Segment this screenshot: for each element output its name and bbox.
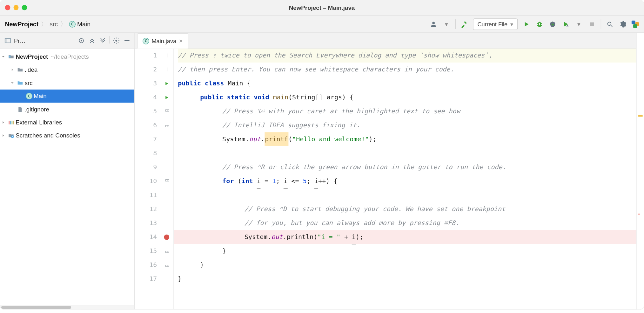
sidebar-horizontal-scrollbar[interactable] <box>0 305 134 309</box>
fold-end-icon[interactable] <box>165 263 169 267</box>
fold-guide-icon[interactable] <box>165 67 169 71</box>
fold-start-icon[interactable] <box>165 179 169 183</box>
breakpoint-mark[interactable] <box>164 234 169 240</box>
gutter-row[interactable]: 16 <box>135 258 173 272</box>
gutter-row[interactable]: 4 <box>135 90 173 104</box>
tree-file-main[interactable]: C Main <box>0 90 134 103</box>
search-everywhere-icon[interactable] <box>605 19 614 28</box>
breadcrumb-file[interactable]: Main <box>77 21 91 28</box>
code-text: // then press Enter. You can now see whi… <box>178 63 454 77</box>
line-number: 12 <box>149 202 157 216</box>
editor-gutter[interactable]: 1234567891011121314151617 <box>135 49 174 310</box>
tree-label: .idea <box>25 67 38 73</box>
build-hammer-icon[interactable] <box>460 19 469 28</box>
breadcrumb-folder[interactable]: src <box>50 21 58 28</box>
tree-file-gitignore[interactable]: .gitignore <box>0 103 134 116</box>
tree-root-project[interactable]: NewProject ~/IdeaProjects <box>0 50 134 63</box>
gutter-row[interactable]: 6 <box>135 118 173 132</box>
close-tab-icon[interactable]: ✕ <box>179 38 183 44</box>
project-tree[interactable]: NewProject ~/IdeaProjects .idea <box>0 49 134 305</box>
code-area[interactable]: 1234567891011121314151617 1 // Press ⇧ t… <box>135 49 644 310</box>
zoom-window-icon[interactable] <box>22 5 27 10</box>
svg-line-2 <box>611 25 612 27</box>
gutter-row[interactable]: 2 <box>135 63 173 77</box>
settings-gear-icon[interactable] <box>618 19 627 28</box>
java-class-icon: C <box>69 21 76 27</box>
collapse-all-icon[interactable] <box>99 36 107 45</box>
svg-rect-13 <box>13 121 14 124</box>
tree-label: External Libraries <box>16 119 62 126</box>
editor-tab-label: Main.java <box>151 38 176 44</box>
breakpoint-stripe-icon[interactable] <box>638 214 640 215</box>
gutter-row[interactable]: 9 <box>135 160 173 174</box>
line-number: 13 <box>149 216 157 230</box>
separator <box>601 19 601 29</box>
tree-label: src <box>25 80 33 86</box>
fold-guide-icon[interactable] <box>165 53 169 57</box>
run-button[interactable] <box>522 19 531 28</box>
debug-button[interactable] <box>535 19 544 28</box>
project-sidebar: Pr… <box>0 33 135 310</box>
separator <box>455 19 456 29</box>
tree-scratches[interactable]: Scratches and Consoles <box>0 129 134 142</box>
gutter-row[interactable]: 15 <box>135 244 173 258</box>
run-line-icon[interactable] <box>164 81 169 86</box>
hide-toolwindow-icon[interactable] <box>123 36 131 45</box>
inspections-stripe[interactable] <box>636 49 644 310</box>
project-view-icon[interactable] <box>3 36 12 45</box>
caret-right-icon[interactable] <box>0 120 7 125</box>
gutter-row[interactable]: 1 <box>135 49 173 63</box>
navbar: NewProject 〉 src 〉 C Main ▾ Current File… <box>0 16 644 33</box>
breadcrumb-root[interactable]: NewProject <box>5 21 39 28</box>
select-opened-file-icon[interactable] <box>77 36 85 45</box>
scrollbar-thumb[interactable] <box>1 306 71 309</box>
tree-folder-idea[interactable]: .idea <box>0 63 134 76</box>
gutter-row[interactable]: 17 <box>135 272 173 286</box>
dropdown-caret-icon[interactable]: ▾ <box>574 19 583 28</box>
close-window-icon[interactable] <box>5 5 10 10</box>
fold-end-icon[interactable] <box>165 123 169 127</box>
expand-all-icon[interactable] <box>88 36 96 45</box>
minimize-window-icon[interactable] <box>13 5 18 10</box>
ide-logo-icon[interactable] <box>632 20 639 28</box>
dropdown-caret-icon[interactable]: ▾ <box>442 19 451 28</box>
project-toolwindow-title[interactable]: Pr… <box>14 37 25 44</box>
more-run-options-button[interactable] <box>561 19 570 28</box>
editor-tab-main[interactable]: C Main.java ✕ <box>137 33 188 49</box>
run-with-coverage-button[interactable] <box>548 19 557 28</box>
gutter-row[interactable]: 8 <box>135 146 173 160</box>
breadcrumb[interactable]: NewProject 〉 src 〉 C Main <box>5 20 91 28</box>
breakpoint-icon[interactable] <box>164 234 169 240</box>
tree-label: Scratches and Consoles <box>16 132 80 139</box>
gutter-row[interactable]: 12 <box>135 202 173 216</box>
gutter-row[interactable]: 3 <box>135 77 173 90</box>
window-titlebar: NewProject – Main.java <box>0 0 644 16</box>
tree-external-libraries[interactable]: External Libraries <box>0 116 134 129</box>
run-line-icon[interactable] <box>164 95 169 100</box>
tree-folder-src[interactable]: src <box>0 77 134 90</box>
fold-start-icon[interactable] <box>165 109 169 113</box>
gutter-row[interactable]: 13 <box>135 216 173 230</box>
folder-icon <box>16 67 24 73</box>
stop-button[interactable] <box>587 19 596 28</box>
line-number: 15 <box>149 244 157 258</box>
gutter-row[interactable]: 11 <box>135 188 173 202</box>
editor-content[interactable]: 1 // Press ⇧ twice to open the Search Ev… <box>174 49 644 310</box>
gutter-row[interactable]: 14 <box>135 230 173 244</box>
gutter-row[interactable]: 10 <box>135 174 173 188</box>
editor: C Main.java ✕ 1234567891011121314151617 … <box>135 33 644 310</box>
caret-right-icon[interactable] <box>9 67 16 72</box>
caret-down-icon[interactable] <box>9 81 16 86</box>
code-with-me-icon[interactable] <box>429 19 438 28</box>
caret-right-icon[interactable] <box>0 133 7 138</box>
gutter-row[interactable]: 5 <box>135 104 173 118</box>
warning-stripe-icon[interactable] <box>638 115 643 117</box>
run-config-selector[interactable]: Current File ▾ <box>473 18 518 30</box>
fold-end-icon[interactable] <box>165 249 169 253</box>
run-config-label: Current File <box>477 21 507 27</box>
line-number: 1 <box>153 49 157 63</box>
caret-down-icon[interactable] <box>0 54 7 59</box>
gutter-row[interactable]: 7 <box>135 132 173 146</box>
view-settings-gear-icon[interactable] <box>112 36 120 45</box>
line-number: 2 <box>153 63 157 77</box>
